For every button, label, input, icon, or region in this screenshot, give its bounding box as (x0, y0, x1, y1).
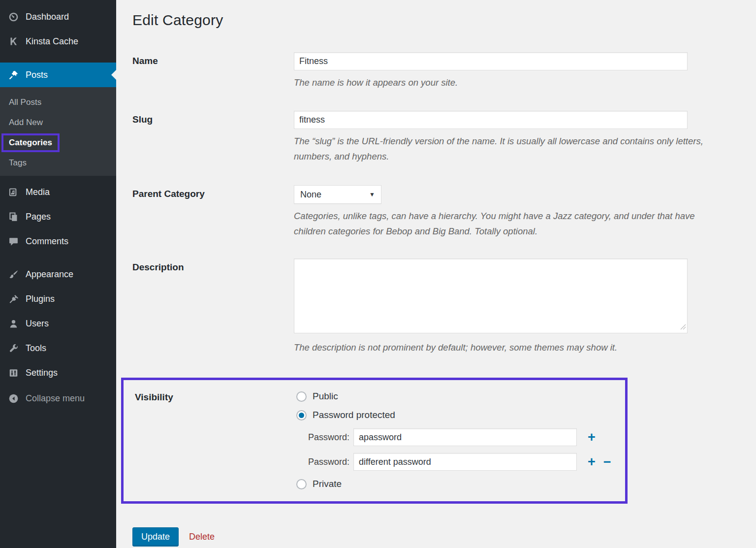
pushpin-icon (7, 70, 19, 80)
add-password-button[interactable]: + (588, 431, 596, 444)
pages-icon (7, 212, 19, 222)
sidebar-item-label: Appearance (26, 269, 73, 280)
page-title: Edit Category (132, 12, 756, 29)
visibility-option-private: Private (296, 479, 625, 489)
sidebar-item-pages[interactable]: Pages (0, 204, 116, 229)
sidebar-item-label: Collapse menu (26, 393, 85, 404)
password-input-2[interactable] (353, 453, 577, 471)
sidebar-item-plugins[interactable]: Plugins (0, 287, 116, 311)
name-help-text: The name is how it appears on your site. (294, 75, 710, 90)
kinsta-k-icon (7, 36, 19, 46)
sidebar-item-dashboard[interactable]: Dashboard (0, 4, 116, 29)
slug-input[interactable] (294, 111, 688, 129)
dashboard-gauge-icon (7, 12, 19, 22)
submenu-item-label: Add New (9, 118, 43, 128)
name-label: Name (132, 52, 294, 66)
sidebar-item-label: Kinsta Cache (26, 36, 78, 47)
sidebar-item-posts[interactable]: Posts (0, 63, 116, 87)
name-input[interactable] (294, 52, 688, 70)
sidebar-item-label: Settings (26, 368, 58, 378)
name-row: Name The name is how it appears on your … (132, 52, 756, 90)
parent-category-help-text: Categories, unlike tags, can have a hier… (294, 208, 710, 239)
sidebar-item-users[interactable]: Users (0, 311, 116, 336)
public-radio[interactable] (296, 391, 307, 402)
settings-sliders-icon (7, 368, 19, 378)
sidebar-item-kinsta-cache[interactable]: Kinsta Cache (0, 29, 116, 54)
sidebar-item-media[interactable]: Media (0, 180, 116, 204)
media-icon (7, 187, 19, 197)
visibility-highlight-box: Visibility Public Password protected Pas… (121, 378, 628, 504)
update-button[interactable]: Update (132, 527, 179, 547)
password-protected-radio[interactable] (296, 410, 307, 420)
slug-label: Slug (132, 111, 294, 125)
user-icon (7, 319, 19, 329)
submenu-item-label: Categories (9, 138, 52, 147)
slug-help-text: The “slug” is the URL-friendly version o… (294, 133, 710, 164)
visibility-option-public: Public (296, 391, 625, 402)
admin-sidebar: Dashboard Kinsta Cache Posts All Posts A… (0, 0, 116, 548)
delete-link[interactable]: Delete (189, 532, 215, 542)
wrench-icon (7, 343, 19, 354)
categories-highlight-box: Categories (1, 133, 60, 152)
parent-category-label: Parent Category (132, 185, 294, 199)
submenu-item-all-posts[interactable]: All Posts (0, 92, 116, 112)
private-radio[interactable] (296, 479, 307, 489)
description-textarea[interactable] (294, 258, 688, 333)
collapse-arrow-icon (7, 393, 19, 404)
form-actions: Update Delete (132, 527, 756, 547)
sidebar-separator (0, 254, 116, 262)
sidebar-separator (0, 54, 116, 63)
submenu-item-label: Tags (9, 158, 27, 168)
password-row-1: Password: + (303, 428, 625, 446)
sidebar-item-appearance[interactable]: Appearance (0, 262, 116, 287)
remove-password-button[interactable]: − (603, 455, 611, 469)
visibility-label: Visibility (135, 391, 296, 403)
submenu-item-label: All Posts (9, 97, 41, 107)
password-label: Password: (303, 432, 349, 443)
description-row: Description The description is not promi… (132, 258, 756, 355)
password-input-1[interactable] (353, 428, 577, 446)
submenu-item-add-new[interactable]: Add New (0, 112, 116, 132)
sidebar-item-label: Pages (26, 212, 51, 222)
private-radio-label[interactable]: Private (313, 479, 342, 489)
visibility-option-password-protected: Password protected (296, 410, 625, 420)
posts-submenu: All Posts Add New Categories Tags (0, 87, 116, 176)
description-label: Description (132, 258, 294, 273)
public-radio-label[interactable]: Public (313, 391, 338, 402)
sidebar-spacer (0, 176, 116, 180)
sidebar-item-tools[interactable]: Tools (0, 336, 116, 360)
sidebar-item-collapse-menu[interactable]: Collapse menu (0, 386, 116, 411)
submenu-item-tags[interactable]: Tags (0, 153, 116, 173)
paintbrush-icon (7, 269, 19, 280)
sidebar-item-comments[interactable]: Comments (0, 229, 116, 254)
edit-category-page: Edit Category Name The name is how it ap… (116, 0, 756, 548)
sidebar-item-label: Dashboard (26, 12, 69, 22)
plug-icon (7, 294, 19, 304)
parent-category-select[interactable]: None ▼ (294, 185, 381, 204)
password-row-2: Password: + − (303, 453, 625, 471)
slug-row: Slug The “slug” is the URL-friendly vers… (132, 111, 756, 164)
dropdown-arrow-icon: ▼ (369, 191, 375, 198)
sidebar-item-label: Posts (26, 70, 48, 80)
sidebar-item-label: Plugins (26, 294, 55, 304)
submenu-item-categories[interactable]: Categories (0, 132, 116, 153)
add-password-button[interactable]: + (588, 455, 596, 469)
password-label: Password: (303, 457, 349, 467)
sidebar-item-label: Tools (26, 343, 46, 354)
parent-category-row: Parent Category None ▼ Categories, unlik… (132, 185, 756, 239)
visibility-row: Visibility Public Password protected Pas… (135, 391, 625, 489)
wordpress-admin: Dashboard Kinsta Cache Posts All Posts A… (0, 0, 756, 548)
parent-category-selected-value: None (300, 190, 321, 200)
sidebar-item-label: Users (26, 319, 49, 329)
description-help-text: The description is not prominent by defa… (294, 340, 710, 355)
sidebar-item-label: Media (26, 187, 50, 197)
comment-bubble-icon (7, 236, 19, 247)
password-protected-radio-label[interactable]: Password protected (313, 410, 395, 420)
sidebar-item-label: Comments (26, 236, 68, 247)
sidebar-item-settings[interactable]: Settings (0, 360, 116, 385)
